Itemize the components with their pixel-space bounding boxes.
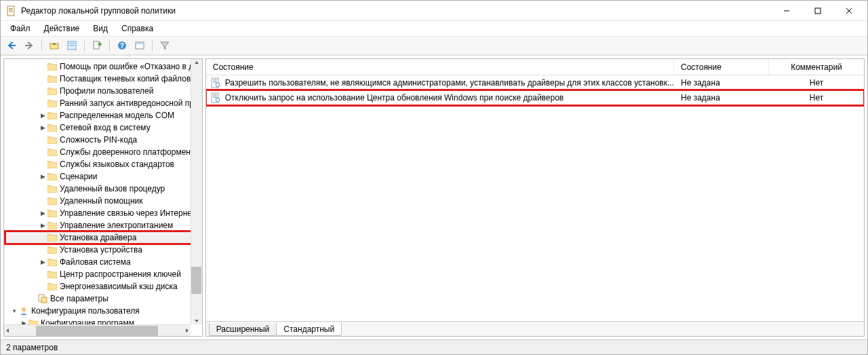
titlebar: Редактор локальной групповой политики — [1, 1, 867, 21]
maximize-button[interactable] — [802, 1, 833, 21]
help-button[interactable]: ? — [115, 39, 129, 52]
list-view: Состояние Состояние Комментарий Разрешит… — [206, 59, 864, 321]
properties-button[interactable] — [65, 39, 79, 52]
tree-label: Управление связью через Интернет — [60, 208, 195, 218]
scroll-left-icon — [4, 327, 11, 334]
tree-item[interactable]: Энергонезависимый кэш диска — [5, 280, 202, 293]
expander-icon[interactable]: ▶ — [38, 172, 47, 181]
user-icon — [19, 306, 28, 316]
tree-item[interactable]: ▶Управление электропитанием — [5, 219, 202, 231]
tree[interactable]: Помощь при ошибке «Отказано в доПоставщи… — [4, 59, 202, 331]
tree-label: Управление электропитанием — [60, 221, 173, 230]
forward-button[interactable] — [22, 39, 36, 52]
close-icon — [846, 7, 852, 14]
tree-item[interactable]: Установка драйвера — [5, 231, 202, 244]
svg-rect-24 — [213, 81, 217, 81]
tab-standard[interactable]: Стандартный — [276, 323, 342, 336]
expander-icon[interactable]: ▶ — [38, 221, 47, 230]
tree-item[interactable]: ▾Конфигурация пользователя — [5, 305, 202, 317]
folder-icon — [47, 148, 57, 156]
list-row[interactable]: Разрешить пользователям, не являющимся а… — [206, 75, 864, 90]
column-comment[interactable]: Комментарий — [769, 59, 864, 75]
folder-icon — [47, 282, 57, 291]
vertical-scrollbar[interactable] — [191, 59, 202, 324]
close-button[interactable] — [833, 1, 865, 21]
policy-state: Не задана — [674, 93, 769, 102]
horizontal-scrollbar[interactable] — [4, 324, 191, 336]
toolbar-separator — [152, 39, 153, 52]
tab-strip: Расширенный Стандартный — [206, 321, 864, 336]
expander-icon[interactable]: ▶ — [38, 123, 47, 132]
menu-help[interactable]: Справка — [116, 22, 159, 35]
export-button[interactable] — [90, 39, 104, 52]
tree-item[interactable]: ▶Управление связью через Интернет — [5, 207, 202, 219]
tree-label: Профили пользователей — [60, 86, 153, 96]
tree-item[interactable]: Ранний запуск антивредоносной про — [5, 97, 202, 109]
tree-label: Все параметры — [50, 294, 108, 303]
folder-icon — [47, 62, 57, 71]
folder-icon — [47, 124, 57, 132]
tree-item[interactable]: Центр распространения ключей — [5, 268, 202, 280]
scroll-up-icon — [193, 59, 200, 66]
tree-item[interactable]: ▶Сетевой вход в систему — [5, 122, 202, 134]
tree-label: Поставщик теневых копий файловог — [60, 74, 198, 83]
tree-label: Ранний запуск антивредоносной про — [60, 98, 199, 108]
tree-label: Энергонезависимый кэш диска — [60, 282, 178, 291]
tree-item[interactable]: Все параметры — [5, 293, 202, 305]
tree-item[interactable]: ▶Файловая система — [5, 256, 202, 268]
tree-label: Центр распространения ключей — [60, 269, 181, 279]
expander-icon[interactable]: ▾ — [9, 306, 19, 316]
tree-item[interactable]: Профили пользователей — [5, 85, 202, 97]
show-hide-button[interactable] — [133, 39, 146, 52]
details-pane: Состояние Состояние Комментарий Разрешит… — [205, 58, 865, 337]
column-state[interactable]: Состояние — [674, 59, 769, 75]
content-area: Помощь при ошибке «Отказано в доПоставщи… — [1, 55, 867, 339]
minimize-button[interactable] — [771, 1, 802, 21]
folder-icon — [47, 75, 57, 83]
tree-item[interactable]: Помощь при ошибке «Отказано в до — [5, 60, 202, 73]
menubar: Файл Действие Вид Справка — [1, 21, 867, 36]
folder-icon — [47, 246, 57, 254]
tree-label: Файловая система — [60, 257, 131, 267]
menu-view[interactable]: Вид — [87, 22, 113, 35]
tree-label: Установка устройства — [60, 245, 142, 255]
folder-icon — [47, 233, 57, 242]
expander-icon[interactable]: ▶ — [38, 257, 47, 267]
filter-button[interactable] — [158, 39, 172, 52]
tree-item[interactable]: ▶Распределенная модель COM — [5, 109, 202, 122]
tree-item[interactable]: Службы языковых стандартов — [5, 158, 202, 170]
policy-name: Отключить запрос на использование Центра… — [225, 93, 674, 102]
tree-label: Удаленный помощник — [60, 196, 143, 206]
tree-item[interactable]: ▶Сценарии — [5, 170, 202, 183]
scroll-thumb[interactable] — [191, 267, 201, 294]
menu-file[interactable]: Файл — [5, 22, 36, 35]
maximize-icon — [814, 7, 821, 14]
tree-item[interactable]: Удаленный помощник — [5, 195, 202, 207]
up-button[interactable] — [47, 39, 61, 52]
scroll-down-icon — [193, 318, 200, 324]
svg-rect-3 — [9, 11, 13, 12]
menu-action[interactable]: Действие — [39, 22, 85, 35]
svg-text:?: ? — [120, 42, 124, 50]
tab-extended[interactable]: Расширенный — [209, 323, 277, 336]
folder-icon — [47, 209, 57, 217]
tree-item[interactable]: Установка устройства — [5, 244, 202, 256]
expander-icon[interactable]: ▶ — [38, 208, 47, 218]
back-button[interactable] — [5, 39, 18, 52]
policy-icon — [210, 92, 221, 103]
tree-item[interactable]: Службы доверенного платформенно — [5, 146, 202, 158]
tree-label: Службы языковых стандартов — [60, 160, 174, 169]
scroll-thumb[interactable] — [36, 326, 158, 336]
folder-icon — [47, 221, 57, 229]
list-body: Разрешить пользователям, не являющимся а… — [206, 75, 864, 105]
toolbar-separator — [109, 39, 110, 52]
tree-label: Службы доверенного платформенно — [60, 147, 199, 157]
list-header: Состояние Состояние Комментарий — [206, 59, 864, 75]
list-row[interactable]: Отключить запрос на использование Центра… — [206, 90, 864, 105]
tree-label: Сложность PIN-кода — [60, 135, 137, 145]
expander-icon[interactable]: ▶ — [38, 111, 47, 120]
tree-item[interactable]: Удаленный вызов процедур — [5, 183, 202, 195]
tree-item[interactable]: Поставщик теневых копий файловог — [5, 73, 202, 85]
tree-item[interactable]: Сложность PIN-кода — [5, 134, 202, 146]
column-name[interactable]: Состояние — [206, 59, 674, 75]
